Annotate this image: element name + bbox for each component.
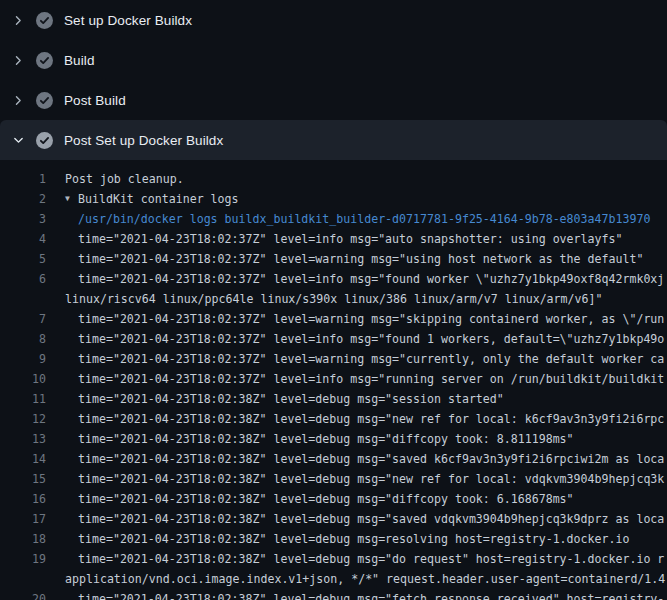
log-line: application/vnd.oci.image.index.v1+json,…: [0, 569, 667, 589]
log-line: 5 time="2021-04-23T18:02:37Z" level=warn…: [0, 249, 667, 269]
log-line-number[interactable]: 9: [0, 349, 46, 369]
log-line-text: Post job cleanup.: [65, 169, 184, 189]
log-line: 10 time="2021-04-23T18:02:37Z" level=inf…: [0, 369, 667, 389]
log-line-text: time="2021-04-23T18:02:37Z" level=info m…: [78, 269, 664, 289]
log-line: 4 time="2021-04-23T18:02:37Z" level=info…: [0, 229, 667, 249]
log-line-text: time="2021-04-23T18:02:38Z" level=debug …: [78, 589, 664, 600]
log-line: 19 time="2021-04-23T18:02:38Z" level=deb…: [0, 549, 667, 569]
log-line: 3 /usr/bin/docker logs buildx_buildkit_b…: [0, 209, 667, 229]
log-line-text: time="2021-04-23T18:02:38Z" level=debug …: [78, 529, 629, 549]
step-row-post-build[interactable]: Post Build: [0, 80, 667, 120]
log-line-text: time="2021-04-23T18:02:38Z" level=debug …: [78, 549, 664, 569]
log-line: 7 time="2021-04-23T18:02:37Z" level=warn…: [0, 309, 667, 329]
log-line-text: time="2021-04-23T18:02:38Z" level=debug …: [78, 489, 574, 509]
log-line-text: time="2021-04-23T18:02:38Z" level=debug …: [78, 509, 664, 529]
check-circle-icon: [36, 52, 53, 69]
triangle-down-icon[interactable]: ▼: [65, 189, 78, 209]
check-circle-icon: [36, 12, 53, 29]
log-line-text: time="2021-04-23T18:02:38Z" level=debug …: [78, 429, 574, 449]
log-line: 9 time="2021-04-23T18:02:37Z" level=warn…: [0, 349, 667, 369]
log-line-text: time="2021-04-23T18:02:37Z" level=warnin…: [78, 349, 664, 369]
log-line-number[interactable]: 5: [0, 249, 46, 269]
log-line-number[interactable]: [0, 569, 46, 589]
check-circle-icon: [36, 92, 53, 109]
log-line-number[interactable]: 4: [0, 229, 46, 249]
step-row-set-up-docker-buildx[interactable]: Set up Docker Buildx: [0, 0, 667, 40]
log-line-number[interactable]: 15: [0, 469, 46, 489]
log-line-number[interactable]: 6: [0, 269, 46, 289]
step-label: Build: [64, 53, 95, 68]
log-line-number[interactable]: 17: [0, 509, 46, 529]
log-line: 2 ▼ BuildKit container logs: [0, 189, 667, 209]
log-line-text: time="2021-04-23T18:02:37Z" level=info m…: [78, 229, 622, 249]
log-line-text: time="2021-04-23T18:02:38Z" level=debug …: [78, 469, 664, 489]
log-line-text: application/vnd.oci.image.index.v1+json,…: [65, 569, 665, 589]
log-line-number[interactable]: 19: [0, 549, 46, 569]
log-line-number[interactable]: 18: [0, 529, 46, 549]
step-label: Set up Docker Buildx: [64, 13, 192, 28]
chevron-right-icon: [12, 94, 25, 107]
log-line-number[interactable]: 7: [0, 309, 46, 329]
log-line-number[interactable]: 13: [0, 429, 46, 449]
log-line: 8 time="2021-04-23T18:02:37Z" level=info…: [0, 329, 667, 349]
log-line-text: time="2021-04-23T18:02:37Z" level=warnin…: [78, 309, 664, 329]
log-line-number[interactable]: 14: [0, 449, 46, 469]
log-line-text: time="2021-04-23T18:02:37Z" level=info m…: [78, 369, 664, 389]
log-line-number[interactable]: 1: [0, 169, 46, 189]
log-line-text: time="2021-04-23T18:02:38Z" level=debug …: [78, 389, 504, 409]
log-line: 20 time="2021-04-23T18:02:38Z" level=deb…: [0, 589, 667, 600]
chevron-down-icon: [12, 134, 25, 147]
step-label: Post Build: [64, 93, 126, 108]
log-line: 12 time="2021-04-23T18:02:38Z" level=deb…: [0, 409, 667, 429]
log-line-number[interactable]: 10: [0, 369, 46, 389]
log-line-text: time="2021-04-23T18:02:37Z" level=warnin…: [78, 249, 643, 269]
log-pane: 1 Post job cleanup. 2 ▼ BuildKit contain…: [0, 160, 667, 600]
chevron-right-icon: [12, 54, 25, 67]
log-line-number[interactable]: 8: [0, 329, 46, 349]
log-line-text: linux/riscv64 linux/ppc64le linux/s390x …: [65, 289, 602, 309]
log-line: 18 time="2021-04-23T18:02:38Z" level=deb…: [0, 529, 667, 549]
log-line-text: time="2021-04-23T18:02:38Z" level=debug …: [78, 409, 664, 429]
step-row-build[interactable]: Build: [0, 40, 667, 80]
log-line-number[interactable]: 2: [0, 189, 46, 209]
check-circle-icon: [36, 132, 53, 149]
log-line: 1 Post job cleanup.: [0, 169, 667, 189]
log-line-number[interactable]: 12: [0, 409, 46, 429]
step-label: Post Set up Docker Buildx: [64, 133, 223, 148]
log-line-number[interactable]: 20: [0, 589, 46, 600]
step-row-post-set-up-docker-buildx[interactable]: Post Set up Docker Buildx: [0, 120, 667, 160]
log-line: 11 time="2021-04-23T18:02:38Z" level=deb…: [0, 389, 667, 409]
log-line-number[interactable]: 16: [0, 489, 46, 509]
log-line: 17 time="2021-04-23T18:02:38Z" level=deb…: [0, 509, 667, 529]
log-line-number[interactable]: 3: [0, 209, 46, 229]
log-line: 14 time="2021-04-23T18:02:38Z" level=deb…: [0, 449, 667, 469]
log-line-text: /usr/bin/docker logs buildx_buildkit_bui…: [78, 209, 650, 229]
log-line-number[interactable]: [0, 289, 46, 309]
log-line: linux/riscv64 linux/ppc64le linux/s390x …: [0, 289, 667, 309]
steps-list: Set up Docker Buildx Build Post Buil: [0, 0, 667, 160]
log-line: 6 time="2021-04-23T18:02:37Z" level=info…: [0, 269, 667, 289]
log-line-text: BuildKit container logs: [78, 189, 239, 209]
chevron-right-icon: [12, 14, 25, 27]
log-line: 15 time="2021-04-23T18:02:38Z" level=deb…: [0, 469, 667, 489]
log-line: 16 time="2021-04-23T18:02:38Z" level=deb…: [0, 489, 667, 509]
log-line-text: time="2021-04-23T18:02:38Z" level=debug …: [78, 449, 664, 469]
log-line: 13 time="2021-04-23T18:02:38Z" level=deb…: [0, 429, 667, 449]
log-line-number[interactable]: 11: [0, 389, 46, 409]
log-line-text: time="2021-04-23T18:02:37Z" level=info m…: [78, 329, 664, 349]
